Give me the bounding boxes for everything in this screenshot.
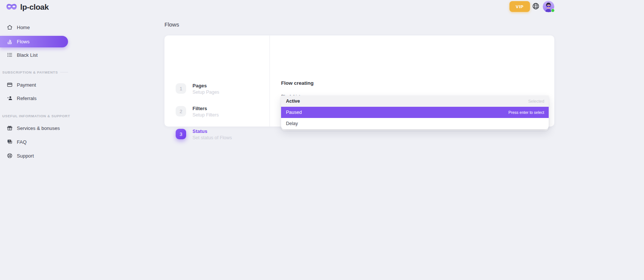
sidebar-item-services[interactable]: Services & bonuses [0, 123, 75, 133]
option-hint: Selected [528, 99, 544, 103]
sidebar-item-label: FAQ [17, 139, 27, 145]
panel-heading: Flow creating [281, 80, 314, 86]
app-screen: lp-cloak VIP [0, 0, 644, 280]
flow-creating-card: 1 Pages Setup Pages 2 Filters Setup Filt… [164, 35, 554, 127]
sidebar-item-label: Services & bonuses [17, 125, 60, 131]
sidebar-item-home[interactable]: Home [0, 22, 75, 32]
sidebar-section-subscription: SUBSCRIPTION & PAYMENTS [0, 69, 68, 75]
option-paused[interactable]: Paused Press enter to select [281, 107, 549, 118]
sidebar-item-label: Support [17, 153, 34, 159]
step-number-badge: 1 [176, 83, 186, 94]
sidebar-item-support[interactable]: Support [0, 151, 75, 161]
step-title: Status [192, 128, 232, 134]
option-active[interactable]: Active Selected [281, 96, 549, 107]
sidebar-item-black-list[interactable]: Black List [0, 50, 75, 60]
globe-icon[interactable] [532, 2, 540, 10]
home-icon [7, 24, 13, 30]
sidebar-item-flows[interactable]: Flows [0, 36, 68, 47]
step-subtitle: Set status of Flows [192, 135, 232, 140]
svg-text:?!: ?! [8, 140, 10, 142]
step-title: Pages [192, 83, 219, 88]
section-divider [60, 72, 68, 72]
sidebar-item-referrals[interactable]: Referrals [0, 93, 75, 103]
gift-icon [7, 125, 13, 131]
payment-card-icon [7, 82, 13, 88]
sidebar-item-label: Referrals [17, 96, 37, 101]
lifebuoy-icon [7, 153, 13, 159]
page-title: Flows [164, 21, 179, 28]
faq-bubble-icon: ?! [7, 139, 13, 145]
app-logo[interactable]: lp-cloak [6, 3, 49, 12]
step-filters[interactable]: 2 Filters Setup Filters [176, 106, 219, 118]
sidebar-section-support: USEFUL INFORMATION & SUPPORT [0, 113, 68, 118]
flows-stack-icon [7, 39, 13, 45]
sidebar-item-label: Flows [17, 39, 30, 44]
referrals-person-icon [7, 95, 13, 101]
card-divider [269, 35, 270, 127]
step-pages[interactable]: 1 Pages Setup Pages [176, 83, 219, 95]
sidebar-item-label: Black List [17, 52, 38, 58]
step-subtitle: Setup Pages [192, 90, 219, 95]
online-status-dot [551, 9, 555, 12]
vip-button[interactable]: VIP [509, 1, 530, 12]
black-list-icon [7, 52, 13, 58]
step-number-badge: 2 [176, 106, 186, 116]
sidebar-item-label: Home [17, 25, 30, 30]
step-title: Filters [192, 106, 219, 111]
sidebar-item-payment[interactable]: Payment [0, 80, 75, 90]
app-name: lp-cloak [20, 3, 49, 12]
option-hint: Press enter to select [508, 110, 544, 115]
step-status[interactable]: 3 Status Set status of Flows [176, 129, 232, 140]
step-subtitle: Setup Filters [192, 112, 219, 118]
sidebar-item-label: Payment [17, 82, 36, 88]
option-delay[interactable]: Delay [281, 118, 549, 129]
avatar[interactable] [543, 1, 554, 12]
flow-status-dropdown: Active Selected Paused Press enter to se… [281, 96, 549, 129]
sidebar-item-faq[interactable]: ?! FAQ [0, 137, 75, 147]
step-number-badge: 3 [176, 129, 186, 139]
mask-logo-icon [6, 3, 17, 11]
